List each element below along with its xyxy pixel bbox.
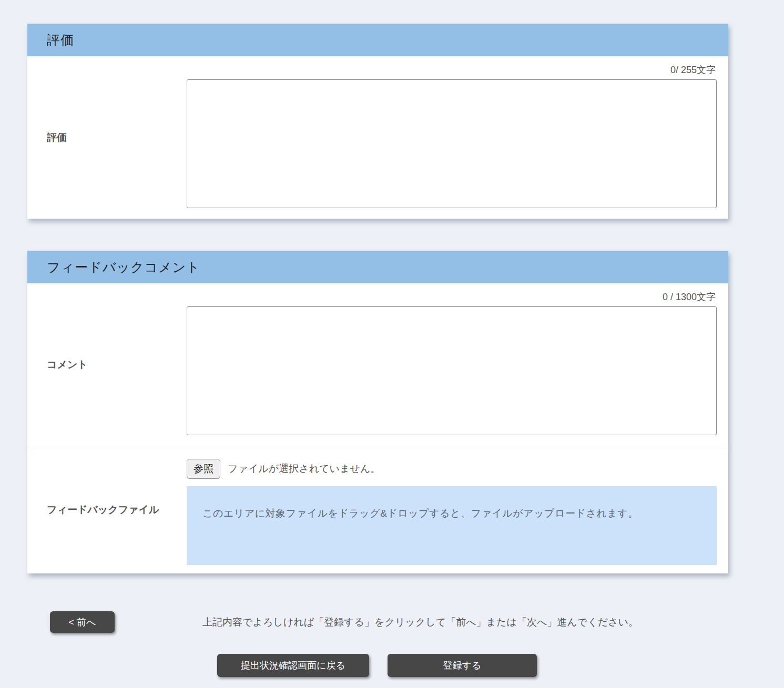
footer-row-1: < 前へ 上記内容でよろしければ「登録する」をクリックして「前へ」または「次へ」…	[50, 611, 784, 633]
feedback-panel: フィードバックコメント コメント 0 / 1300文字 フィードバックファイル …	[27, 251, 728, 573]
browse-file-button[interactable]: 参照	[187, 459, 220, 479]
previous-button[interactable]: < 前へ	[50, 611, 115, 633]
file-drop-area-text: このエリアに対象ファイルをドラッグ&ドロップすると、ファイルがアップロードされま…	[202, 508, 638, 519]
evaluation-row-label: 評価	[27, 56, 187, 219]
evaluation-char-counter: 0/ 255文字	[187, 61, 717, 79]
comment-char-counter: 0 / 1300文字	[187, 289, 717, 306]
evaluation-panel-title: 評価	[47, 32, 74, 49]
comment-row-label: コメント	[27, 283, 187, 446]
comment-row: コメント 0 / 1300文字	[27, 283, 728, 446]
comment-field-cell: 0 / 1300文字	[187, 283, 728, 446]
feedback-panel-title: フィードバックコメント	[47, 259, 200, 276]
evaluation-field-cell: 0/ 255文字	[187, 56, 728, 219]
feedback-file-label: フィードバックファイル	[27, 446, 187, 573]
footer-row-2: 提出状況確認画面に戻る 登録する	[217, 654, 784, 677]
footer-instruction-text: 上記内容でよろしければ「登録する」をクリックして「前へ」または「次へ」進んでくだ…	[202, 615, 638, 629]
evaluation-panel-header: 評価	[27, 24, 728, 56]
file-drop-area[interactable]: このエリアに対象ファイルをドラッグ&ドロップすると、ファイルがアップロードされま…	[187, 486, 717, 565]
register-button[interactable]: 登録する	[388, 654, 537, 677]
evaluation-panel: 評価 評価 0/ 255文字	[27, 24, 728, 219]
file-input-line: 参照 ファイルが選択されていません。	[187, 459, 717, 479]
no-file-selected-text: ファイルが選択されていません。	[228, 462, 380, 476]
comment-textarea[interactable]	[187, 306, 717, 435]
feedback-file-row: フィードバックファイル 参照 ファイルが選択されていません。 このエリアに対象フ…	[27, 446, 728, 573]
feedback-file-field-cell: 参照 ファイルが選択されていません。 このエリアに対象ファイルをドラッグ&ドロッ…	[187, 446, 728, 573]
evaluation-row: 評価 0/ 255文字	[27, 56, 728, 219]
feedback-panel-header: フィードバックコメント	[27, 251, 728, 283]
back-to-submission-status-button[interactable]: 提出状況確認画面に戻る	[217, 654, 369, 677]
evaluation-textarea[interactable]	[187, 79, 717, 208]
